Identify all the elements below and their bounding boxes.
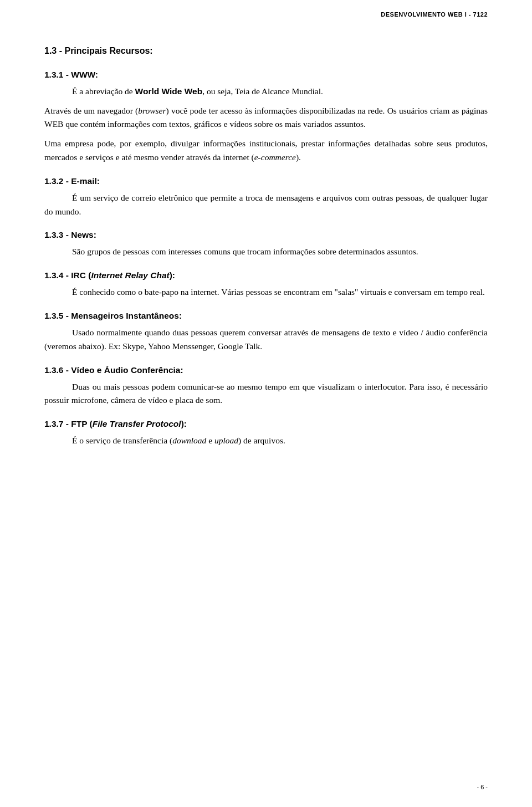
header-title: DESENVOLVIMENTO WEB I - 7122 [381,11,488,18]
paragraph-news-1: São grupos de pessoas com interesses com… [44,245,488,259]
paragraph-mensageiros-1: Usado normalmente quando duas pessoas qu… [44,326,488,354]
footer-page-number: - 6 - [477,784,488,790]
subsection-1-3-5-title: 1.3.5 - Mensageiros Instantâneos: [44,309,488,323]
paragraph-video-1: Duas ou mais pessoas podem comunicar-se … [44,380,488,408]
paragraph-www-1: É a abreviação de World Wide Web, ou sej… [44,85,488,99]
subsection-1-3-6-title: 1.3.6 - Vídeo e Áudio Conferência: [44,364,488,377]
paragraph-irc-1: É conhecido como o bate-papo na internet… [44,285,488,299]
main-content: 1.3 - Principais Recursos: 1.3.1 - WWW: … [44,44,488,448]
subsection-1-3-3-title: 1.3.3 - News: [44,228,488,242]
main-section-title: 1.3 - Principais Recursos: [44,44,488,58]
paragraph-www-3: Uma empresa pode, por exemplo, divulgar … [44,137,488,165]
paragraph-email-1: É um serviço de correio eletrônico que p… [44,191,488,219]
subsection-1-3-1-title: 1.3.1 - WWW: [44,68,488,81]
subsection-1-3-4-title: 1.3.4 - IRC (Internet Relay Chat): [44,269,488,282]
subsection-1-3-7-title: 1.3.7 - FTP (File Transfer Protocol): [44,417,488,431]
paragraph-www-2: Através de um navegador (browser) você p… [44,104,488,132]
paragraph-ftp-1: É o serviço de transferência (download e… [44,434,488,448]
subsection-1-3-2-title: 1.3.2 - E-mail: [44,175,488,188]
page-footer: - 6 - [477,784,488,790]
page-header: DESENVOLVIMENTO WEB I - 7122 [381,11,488,18]
page: DESENVOLVIMENTO WEB I - 7122 1.3 - Princ… [0,0,532,807]
